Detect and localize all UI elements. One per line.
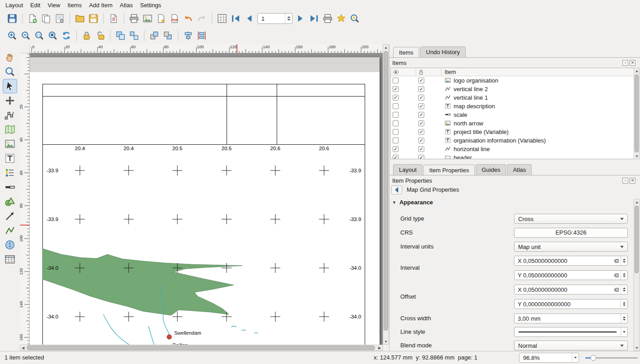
visibility-checkbox[interactable]: [393, 129, 399, 135]
clear-icon[interactable]: [613, 287, 619, 293]
zoom-level-combo[interactable]: 96.8%: [519, 353, 579, 363]
lock-checkbox[interactable]: [418, 138, 424, 143]
undo-button[interactable]: [181, 12, 195, 25]
menu-edit[interactable]: Edit: [27, 1, 44, 9]
export-atlas-button[interactable]: [348, 12, 362, 25]
zoom-slider-handle[interactable]: [590, 355, 596, 361]
menu-view[interactable]: View: [44, 1, 64, 9]
atlas-last-feature-button[interactable]: [307, 12, 321, 25]
ungroup-items-button[interactable]: [127, 29, 141, 42]
layout-manager-button[interactable]: [53, 12, 66, 25]
spinner-arrows[interactable]: [621, 256, 627, 265]
visibility-checkbox[interactable]: [393, 155, 399, 159]
save-project-button[interactable]: [5, 12, 19, 25]
lock-checkbox[interactable]: [418, 86, 424, 92]
export-as-svg-button[interactable]: [154, 12, 168, 25]
scrollbar-thumb[interactable]: [27, 346, 375, 350]
visibility-checkbox[interactable]: [393, 86, 399, 92]
visibility-checkbox[interactable]: [393, 138, 399, 143]
edit-nodes-item-button[interactable]: [3, 108, 17, 122]
spinner-arrows[interactable]: [285, 14, 292, 23]
interval-units-combo[interactable]: Map unit: [514, 242, 628, 252]
menu-layout[interactable]: Layout: [2, 1, 27, 9]
lock-checkbox[interactable]: [418, 103, 424, 109]
print-layout-button[interactable]: [127, 12, 141, 25]
item-row[interactable]: organisation information (Variables): [391, 136, 634, 145]
align-selected-items-button[interactable]: [181, 29, 195, 42]
lock-checkbox[interactable]: [418, 78, 424, 83]
item-row[interactable]: project title (Variable): [391, 128, 634, 136]
back-button[interactable]: [391, 185, 402, 194]
items-scrollbar[interactable]: ▲ ▼: [634, 68, 640, 159]
scroll-down-icon[interactable]: ▼: [383, 339, 389, 344]
line-style-picker[interactable]: [514, 327, 628, 337]
pan-layout-button[interactable]: [3, 50, 17, 65]
appearance-section-header[interactable]: ▼ Appearance: [392, 199, 433, 206]
tab-guides[interactable]: Guides: [476, 164, 506, 175]
visibility-checkbox[interactable]: [393, 120, 399, 126]
scroll-down-icon[interactable]: ▼: [634, 345, 640, 350]
tab-items[interactable]: Items: [393, 47, 419, 58]
grid-type-combo[interactable]: Cross: [514, 214, 628, 224]
atlas-first-feature-button[interactable]: [229, 12, 242, 25]
select-move-item-button[interactable]: [3, 79, 17, 93]
add-picture-button[interactable]: [3, 137, 17, 151]
visibility-checkbox[interactable]: [393, 146, 399, 152]
item-row[interactable]: logo organisation: [391, 76, 634, 85]
close-panel-icon[interactable]: ✕: [630, 60, 635, 66]
cross-width-input[interactable]: 3,00 mm: [514, 313, 628, 323]
raise-selected-items-button[interactable]: [148, 29, 161, 42]
tab-atlas[interactable]: Atlas: [507, 164, 532, 175]
menu-items[interactable]: Items: [64, 1, 85, 9]
menu-settings[interactable]: Settings: [136, 1, 165, 9]
item-row[interactable]: header: [391, 153, 634, 159]
item-row[interactable]: north arrow: [391, 119, 634, 128]
close-panel-icon[interactable]: ✕: [630, 178, 635, 184]
float-panel-icon[interactable]: ▫: [622, 60, 628, 66]
unlock-all-items-button[interactable]: [93, 29, 107, 42]
offset-x-input[interactable]: X 0,050000000000: [514, 285, 628, 295]
scrollbar-thumb[interactable]: [635, 74, 639, 152]
visibility-checkbox[interactable]: [393, 112, 399, 118]
crs-button[interactable]: EPSG:4326: [514, 228, 628, 238]
save-as-template-button[interactable]: [87, 12, 100, 25]
scrollbar-thumb[interactable]: [635, 206, 639, 273]
lock-checkbox[interactable]: [418, 120, 424, 126]
export-as-image-button[interactable]: [141, 12, 154, 25]
spinner-arrows[interactable]: [621, 285, 627, 294]
duplicate-layout-button[interactable]: [39, 12, 53, 25]
visibility-checkbox[interactable]: [393, 103, 399, 109]
refresh-view-button[interactable]: [60, 29, 73, 42]
spinner-arrows[interactable]: [621, 299, 627, 309]
scroll-down-icon[interactable]: ▼: [634, 153, 640, 159]
tab-layout[interactable]: Layout: [393, 164, 422, 175]
add-legend-button[interactable]: [3, 166, 17, 180]
new-report-button[interactable]: [107, 12, 121, 25]
zoom-tool-button[interactable]: [3, 65, 17, 79]
atlas-page-spinbox[interactable]: 1: [257, 13, 292, 24]
clear-icon[interactable]: [613, 272, 619, 278]
group-items-button[interactable]: [114, 29, 127, 42]
layout-page[interactable]: 20.420.420.520.520.620.6-33.9-33.9-34.0-…: [30, 57, 380, 345]
float-panel-icon[interactable]: ▫: [622, 178, 628, 184]
canvas-vertical-scrollbar[interactable]: ▲ ▼: [383, 44, 389, 345]
export-as-pdf-button[interactable]: PDF: [168, 12, 181, 25]
menu-atlas[interactable]: Atlas: [116, 1, 136, 9]
scroll-up-icon[interactable]: ▲: [634, 68, 640, 74]
lower-selected-items-button[interactable]: [161, 29, 175, 42]
scroll-up-icon[interactable]: ▲: [383, 45, 389, 50]
properties-scrollbar[interactable]: ▲ ▼: [634, 199, 640, 351]
chevron-down-icon[interactable]: [621, 327, 627, 336]
zoom-in-button[interactable]: [5, 29, 19, 42]
scroll-left-icon[interactable]: ◀: [20, 345, 26, 350]
lock-checkbox[interactable]: [418, 95, 424, 101]
blend-mode-combo[interactable]: Normal: [514, 341, 628, 350]
add-html-button[interactable]: [3, 238, 17, 252]
item-row[interactable]: horizontal line: [391, 145, 634, 153]
item-row[interactable]: vertical line 2: [391, 85, 634, 93]
zoom-slider[interactable]: [585, 357, 638, 359]
atlas-previous-feature-button[interactable]: [242, 12, 256, 25]
print-atlas-button[interactable]: [321, 12, 334, 25]
lock-checkbox[interactable]: [418, 112, 424, 118]
atlas-settings-button[interactable]: [334, 12, 348, 25]
